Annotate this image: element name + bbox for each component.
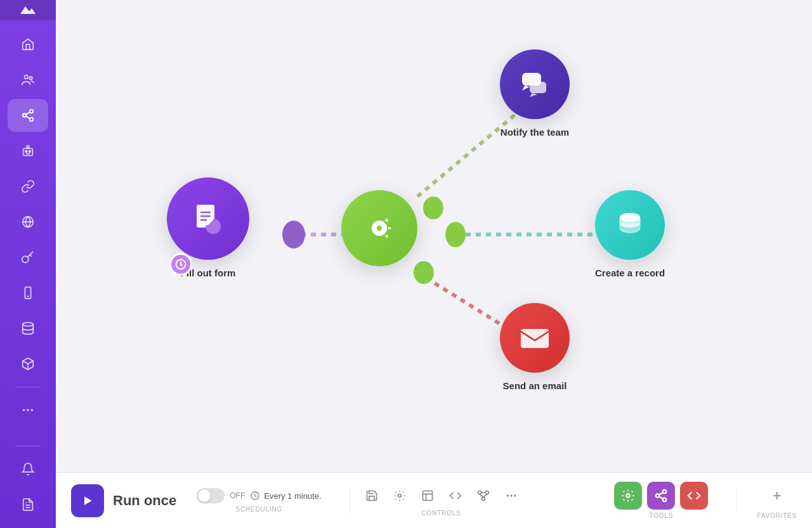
tools-label: TOOLS (650, 512, 674, 519)
controls-save-btn[interactable] (360, 484, 383, 507)
favorites-label: FAVORITES (757, 512, 797, 519)
sidebar-item-phone[interactable] (8, 276, 48, 309)
tools-gear-btn[interactable] (614, 482, 642, 510)
sidebar (0, 0, 56, 528)
svg-point-2 (30, 110, 34, 113)
svg-point-68 (514, 494, 516, 496)
sidebar-divider-1 (15, 387, 41, 387)
sidebar-item-database[interactable] (8, 312, 48, 345)
toolbar-divider-2 (736, 487, 737, 515)
svg-point-61 (485, 491, 488, 494)
sidebar-item-team[interactable] (8, 63, 48, 96)
svg-rect-53 (521, 329, 549, 348)
svg-point-62 (481, 498, 485, 501)
svg-point-4 (30, 118, 34, 122)
scheduling-label: SCHEDULING (236, 506, 283, 513)
controls-label: CONTROLS (422, 510, 461, 517)
controls-section: CONTROLS (360, 484, 523, 517)
svg-line-5 (26, 116, 30, 119)
tools-section: TOOLS (614, 482, 708, 519)
svg-point-8 (27, 146, 29, 148)
sidebar-item-account[interactable] (8, 488, 48, 521)
controls-settings-btn[interactable] (388, 484, 411, 507)
tools-share-btn[interactable] (647, 482, 675, 510)
node-send-email-circle[interactable] (500, 303, 570, 373)
sidebar-item-robot[interactable] (8, 134, 48, 167)
toggle-off-label: OFF (230, 491, 245, 500)
sidebar-item-link[interactable] (8, 170, 48, 203)
svg-point-20 (31, 409, 34, 411)
svg-marker-45 (384, 218, 388, 222)
svg-point-70 (663, 490, 667, 494)
tools-content (614, 482, 708, 510)
svg-point-31 (445, 222, 466, 247)
sidebar-item-cube[interactable] (8, 347, 48, 380)
svg-point-71 (656, 494, 660, 498)
node-fill-form-circle[interactable] (167, 177, 249, 260)
svg-point-27 (282, 221, 305, 248)
node-send-email[interactable]: Send an email (500, 303, 570, 391)
scheduling-content: OFF Every 1 minute. (197, 488, 321, 503)
controls-code-btn[interactable] (444, 484, 467, 507)
node-router-circle[interactable] (341, 190, 417, 266)
svg-point-48 (377, 226, 382, 231)
main-content: Fill out form (56, 0, 812, 528)
svg-point-66 (506, 494, 508, 496)
svg-point-52 (620, 213, 640, 222)
node-create-record-circle[interactable] (595, 190, 665, 260)
favorites-add-btn[interactable]: + (763, 482, 791, 510)
sidebar-bottom (8, 434, 48, 528)
svg-line-74 (659, 493, 663, 495)
scheduling-toggle[interactable] (197, 488, 225, 503)
controls-layout-btn[interactable] (416, 484, 439, 507)
schedule-text: Every 1 minute. (264, 491, 321, 501)
node-router[interactable] (341, 190, 417, 266)
svg-rect-7 (23, 148, 33, 155)
run-once-label: Run once (113, 493, 176, 509)
sidebar-divider-2 (15, 446, 41, 446)
toggle-wrap: OFF (197, 488, 245, 503)
toggle-knob (198, 489, 211, 502)
svg-marker-44 (388, 227, 392, 229)
tools-code-btn[interactable] (680, 482, 708, 510)
workflow-canvas[interactable]: Fill out form (56, 0, 812, 472)
svg-point-11 (29, 151, 30, 153)
sidebar-item-more[interactable] (8, 394, 48, 427)
sidebar-item-globe[interactable] (8, 205, 48, 238)
sidebar-item-key[interactable] (8, 241, 48, 274)
node-notify-team-circle[interactable] (500, 49, 570, 119)
svg-point-18 (23, 409, 25, 411)
run-once-section: Run once (71, 484, 176, 517)
svg-point-1 (29, 77, 32, 80)
controls-content (360, 484, 523, 507)
sidebar-nav (0, 20, 56, 434)
controls-more-btn[interactable] (500, 484, 523, 507)
app-logo[interactable] (0, 0, 56, 20)
svg-marker-46 (384, 235, 388, 238)
svg-point-69 (627, 494, 631, 498)
node-notify-team[interactable]: Notify the team (500, 49, 570, 138)
svg-line-64 (480, 494, 483, 498)
svg-point-17 (23, 323, 34, 326)
svg-point-60 (478, 491, 481, 494)
svg-point-10 (25, 151, 27, 153)
sidebar-item-home[interactable] (8, 28, 48, 61)
svg-point-72 (663, 498, 667, 502)
scheduling-section: OFF Every 1 minute. SCHEDULING (197, 488, 321, 513)
controls-flow-btn[interactable] (472, 484, 495, 507)
node-create-record[interactable]: Create a record (595, 190, 665, 278)
svg-point-67 (510, 494, 512, 496)
svg-line-65 (483, 494, 487, 498)
sidebar-item-bell[interactable] (8, 453, 48, 486)
toolbar-divider-1 (350, 487, 350, 515)
sidebar-item-share[interactable] (8, 99, 48, 132)
node-notify-team-label: Notify the team (501, 127, 569, 138)
schedule-label: Every 1 minute. (250, 491, 321, 501)
svg-point-56 (398, 494, 401, 498)
node-send-email-label: Send an email (503, 380, 567, 391)
svg-point-19 (27, 409, 29, 411)
svg-rect-50 (530, 82, 546, 93)
node-fill-form[interactable]: Fill out form (167, 177, 249, 278)
svg-line-6 (26, 112, 30, 115)
run-once-button[interactable] (71, 484, 104, 517)
